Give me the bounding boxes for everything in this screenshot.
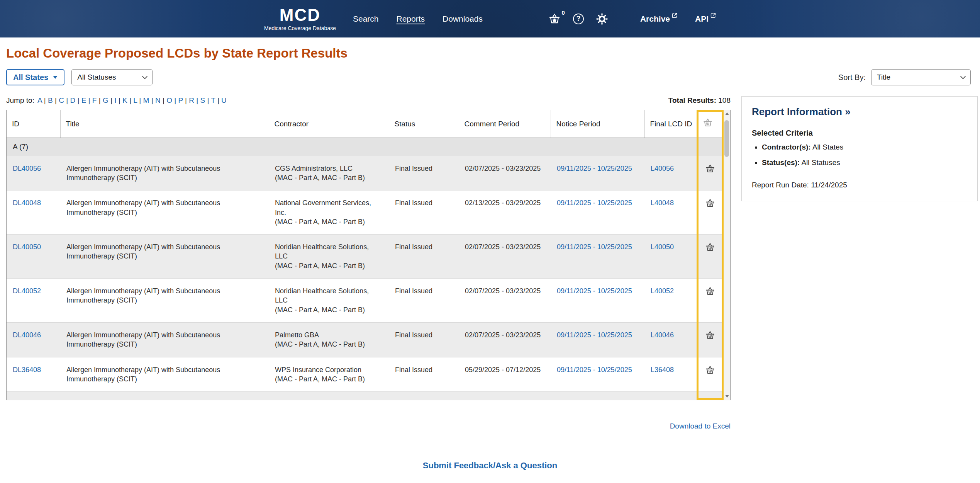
row-notice-period-link[interactable]: 09/11/2025 - 10/25/2025	[557, 199, 632, 207]
jump-letter-u[interactable]: U	[215, 96, 227, 104]
table-row: DL40056 Allergen Immunotherapy (AIT) wit…	[7, 156, 723, 190]
table-row: DL40048 Allergen Immunotherapy (AIT) wit…	[7, 190, 723, 235]
lcd-id-link[interactable]: DL40052	[13, 287, 41, 295]
jump-letter-c[interactable]: C	[53, 96, 64, 104]
nav-search[interactable]: Search	[353, 14, 379, 24]
mcd-logo[interactable]: MCD Medicare Coverage Database	[264, 7, 336, 31]
sort-by-value: Title	[877, 73, 890, 82]
row-contractor: Noridian Healthcare Solutions, LLC (MAC …	[269, 279, 389, 323]
report-information-heading[interactable]: Report Information »	[752, 106, 967, 118]
jump-letter-r[interactable]: R	[183, 96, 194, 104]
final-lcd-id-link[interactable]: L40050	[651, 243, 674, 251]
api-link[interactable]: API	[695, 14, 716, 24]
jump-letter-k[interactable]: K	[117, 96, 127, 104]
final-lcd-id-link[interactable]: L36408	[651, 366, 674, 374]
criteria-value: All Statuses	[800, 158, 840, 167]
jump-letter-t[interactable]: T	[205, 96, 215, 104]
help-button[interactable]: ?	[573, 14, 584, 24]
criteria-item: Status(es): All Statuses	[762, 158, 967, 167]
final-lcd-id-link[interactable]: L40046	[651, 331, 674, 339]
row-notice-period-link[interactable]: 09/11/2025 - 10/25/2025	[557, 331, 632, 339]
archive-link[interactable]: Archive	[640, 14, 677, 24]
total-results-value: 108	[718, 96, 731, 104]
jump-letter-s[interactable]: S	[194, 96, 205, 104]
col-header-contractor: Contractor	[269, 110, 389, 138]
total-results-label: Total Results:	[668, 96, 716, 104]
nav-reports[interactable]: Reports	[397, 14, 425, 24]
download-to-excel-link[interactable]: Download to Excel	[670, 422, 731, 430]
col-header-id: ID	[7, 110, 60, 138]
add-to-basket-button[interactable]	[705, 330, 715, 340]
lcd-id-link[interactable]: DL40046	[13, 331, 41, 339]
contractor-name: Noridian Healthcare Solutions, LLC	[275, 286, 383, 305]
group-label: A (7)	[7, 138, 723, 156]
final-lcd-id-link[interactable]: L40048	[651, 199, 674, 207]
row-notice-period-link[interactable]: 09/11/2025 - 10/25/2025	[557, 366, 632, 374]
basket-button[interactable]: 0	[548, 13, 561, 25]
scrollbar-thumb[interactable]	[724, 120, 729, 157]
settings-button[interactable]	[596, 13, 608, 25]
table-header-row: ID Title Contractor Status Comment Perio…	[7, 110, 723, 138]
row-notice-period-link[interactable]: 09/11/2025 - 10/25/2025	[557, 165, 632, 172]
lcd-id-link[interactable]: DL36408	[13, 366, 41, 374]
results-table-wrap: ID Title Contractor Status Comment Perio…	[6, 110, 731, 400]
jump-letter-d[interactable]: D	[64, 96, 75, 104]
total-results: Total Results: 108	[668, 96, 731, 105]
add-to-basket-button[interactable]	[705, 286, 715, 296]
sort-by-select[interactable]: Title	[871, 69, 971, 85]
jump-to-label: Jump to:	[6, 96, 34, 105]
contractor-mac: (MAC - Part A, MAC - Part B)	[275, 340, 383, 349]
row-comment-period: 02/07/2025 - 03/23/2025	[459, 322, 551, 357]
table-row: DL40046 Allergen Immunotherapy (AIT) wit…	[7, 322, 723, 357]
row-notice-period-link[interactable]: 09/11/2025 - 10/25/2025	[557, 287, 632, 295]
add-to-basket-button[interactable]	[705, 198, 715, 208]
row-comment-period: 02/13/2025 - 03/29/2025	[459, 190, 551, 235]
nav-downloads[interactable]: Downloads	[443, 14, 483, 24]
jump-letter-f[interactable]: F	[86, 96, 97, 104]
row-status: Final Issued	[389, 279, 459, 323]
jump-letter-n[interactable]: N	[149, 96, 160, 104]
basket-icon	[705, 198, 715, 208]
add-to-basket-button[interactable]	[705, 365, 715, 375]
jump-letter-l[interactable]: L	[127, 96, 137, 104]
archive-label: Archive	[640, 14, 670, 24]
final-lcd-id-link[interactable]: L40056	[651, 165, 674, 172]
table-row-partial	[7, 392, 723, 400]
jump-row: Jump to: ABCDEFGIKLMNOPRSTU Total Result…	[6, 96, 731, 105]
jump-letter-a[interactable]: A	[37, 96, 42, 104]
statuses-select[interactable]: All Statuses	[71, 69, 153, 85]
jump-letter-i[interactable]: I	[109, 96, 117, 104]
row-notice-period-link[interactable]: 09/11/2025 - 10/25/2025	[557, 243, 632, 251]
add-to-basket-button[interactable]	[705, 242, 715, 252]
row-title: Allergen Immunotherapy (AIT) with Subcut…	[60, 322, 269, 357]
basket-icon	[705, 164, 715, 174]
final-lcd-id-link[interactable]: L40052	[651, 287, 674, 295]
scroll-up-icon[interactable]	[725, 112, 729, 115]
main-nav: Search Reports Downloads	[353, 14, 483, 24]
contractor-mac: (MAC - Part A, MAC - Part B)	[275, 374, 383, 384]
submit-feedback-link[interactable]: Submit Feedback/Ask a Question	[423, 461, 557, 470]
api-label: API	[695, 14, 709, 24]
table-scrollbar[interactable]	[723, 110, 730, 400]
row-title: Allergen Immunotherapy (AIT) with Subcut…	[60, 279, 269, 323]
table-row: DL40052 Allergen Immunotherapy (AIT) wit…	[7, 279, 723, 323]
add-to-basket-button[interactable]	[705, 164, 715, 174]
report-information-panel: Report Information » Selected Criteria C…	[741, 96, 978, 201]
criteria-label: Contractor(s):	[762, 143, 811, 151]
external-link-icon	[710, 13, 716, 18]
sort-by-label: Sort By:	[838, 73, 866, 82]
lcd-id-link[interactable]: DL40050	[13, 243, 41, 251]
jump-letter-b[interactable]: B	[42, 96, 53, 104]
contractor-name: Palmetto GBA	[275, 330, 383, 340]
external-link-icon	[672, 13, 677, 18]
lcd-id-link[interactable]: DL40056	[13, 165, 41, 172]
jump-letter-m[interactable]: M	[137, 96, 149, 104]
lcd-id-link[interactable]: DL40048	[13, 199, 41, 207]
jump-letter-p[interactable]: P	[172, 96, 183, 104]
states-filter-button[interactable]: All States	[6, 69, 64, 85]
jump-letter-g[interactable]: G	[97, 96, 108, 104]
logo-title: MCD	[264, 7, 336, 24]
jump-letter-o[interactable]: O	[161, 96, 172, 104]
jump-letter-e[interactable]: E	[75, 96, 86, 104]
scroll-down-icon[interactable]	[725, 395, 729, 398]
